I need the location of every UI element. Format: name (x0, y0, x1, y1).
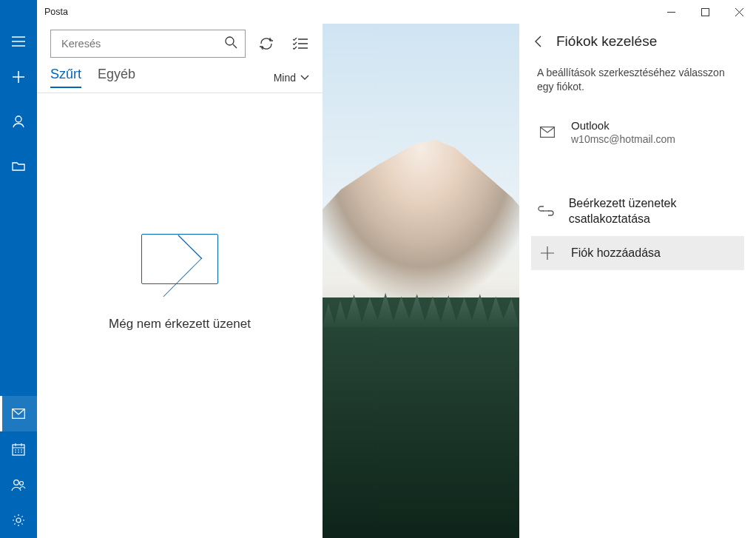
link-icon (537, 206, 556, 216)
link-inbox-label: Beérkezett üzenetek csatlakoztatása (569, 195, 738, 227)
envelope-icon (141, 234, 218, 284)
tab-focused[interactable]: Szűrt (50, 67, 81, 88)
sidebar (0, 0, 37, 538)
chevron-down-icon (300, 75, 309, 81)
panel-title: Fiókok kezelése (556, 33, 657, 50)
footer-calendar[interactable] (0, 431, 37, 467)
svg-point-0 (16, 116, 21, 122)
svg-point-5 (16, 518, 21, 522)
account-item-outlook[interactable]: Outlook w10msc@hotmail.com (531, 110, 744, 154)
message-list-pane: Szűrt Egyéb Mind Még nem érkezett üzenet (37, 24, 323, 538)
title-bar: Posta (37, 0, 756, 24)
reading-pane-background (323, 24, 519, 538)
search-icon[interactable] (224, 36, 237, 52)
svg-point-4 (20, 482, 24, 485)
account-email: w10msc@hotmail.com (571, 133, 675, 145)
add-account-label: Fiók hozzáadása (571, 245, 661, 261)
account-name: Outlook (571, 119, 675, 132)
app-title: Posta (44, 7, 68, 17)
nav-account[interactable] (0, 104, 37, 139)
panel-subtitle: A beállítások szerkesztéséhez válasszon … (537, 66, 738, 94)
main: Posta (37, 0, 756, 538)
footer-settings[interactable] (0, 502, 37, 538)
svg-point-7 (226, 37, 234, 45)
add-account-item[interactable]: Fiók hozzáadása (531, 236, 744, 270)
footer-mail[interactable] (0, 396, 37, 431)
empty-message: Még nem érkezett üzenet (109, 317, 251, 332)
filter-label: Mind (274, 72, 296, 84)
window-maximize[interactable] (688, 0, 722, 24)
search-box[interactable] (50, 30, 246, 58)
window-close[interactable] (722, 0, 756, 24)
nav-compose[interactable] (0, 59, 37, 95)
select-mode-button[interactable] (287, 30, 314, 57)
panel-back-button[interactable] (531, 34, 546, 49)
nav-folders[interactable] (0, 148, 37, 184)
mail-icon (537, 127, 558, 138)
refresh-button[interactable] (253, 30, 280, 57)
window-minimize[interactable] (654, 0, 688, 24)
tab-other[interactable]: Egyéb (98, 67, 135, 88)
filter-dropdown[interactable]: Mind (274, 72, 309, 84)
nav-hamburger[interactable] (0, 24, 37, 59)
accounts-panel: Fiókok kezelése A beállítások szerkeszté… (519, 24, 756, 538)
plus-icon (537, 246, 558, 260)
footer-people[interactable] (0, 467, 37, 502)
svg-rect-6 (701, 8, 709, 16)
tabs-row: Szűrt Egyéb Mind (37, 61, 323, 93)
link-inbox-item[interactable]: Beérkezett üzenetek csatlakoztatása (531, 186, 744, 236)
window-controls (654, 0, 756, 24)
empty-state: Még nem érkezett üzenet (37, 93, 323, 538)
svg-point-3 (14, 480, 19, 485)
search-input[interactable] (61, 38, 224, 50)
